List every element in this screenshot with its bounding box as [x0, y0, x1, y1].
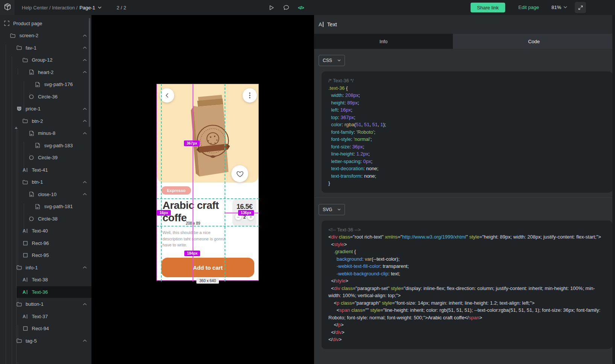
layer-item-fav-1[interactable]: fav-1 [0, 42, 91, 54]
layer-item-button-1[interactable]: button-1 [0, 298, 91, 311]
layer-item-tag-5[interactable]: tag-5 [0, 335, 91, 347]
svg-dropdown-value: SVG [323, 207, 332, 212]
expand-arrows-icon [578, 5, 583, 11]
code-line: color: rgba(51, 51, 51, 1); [328, 121, 606, 128]
layer-item-btn-2[interactable]: btn-2 [0, 115, 91, 127]
sidebar-scrollbar[interactable] [89, 18, 90, 127]
svg-format-dropdown[interactable]: SVG [319, 204, 345, 215]
play-icon[interactable] [268, 5, 275, 11]
layer-item-btn-1[interactable]: btn-1 [0, 176, 91, 189]
layer-item-Rect-96[interactable]: Rect-96 [0, 237, 91, 249]
chevron-up-icon[interactable] [83, 193, 87, 196]
layer-item-Circle-39[interactable]: Circle-39 [0, 152, 91, 164]
layer-label: svg-path-183 [44, 143, 73, 148]
toolbar-icons: </> [268, 0, 304, 15]
fullscreen-button[interactable] [575, 2, 586, 13]
chevron-up-icon[interactable] [83, 71, 87, 74]
code-line: <div class="paragraph-set" style="displa… [328, 285, 606, 299]
layer-item-Text-40[interactable]: AText-40 [0, 225, 91, 237]
chevron-down-icon [563, 6, 567, 9]
selected-element-type: Text [327, 21, 337, 27]
back-button[interactable] [160, 88, 174, 103]
edit-page-link[interactable]: Edit page [518, 5, 539, 10]
inspector-panel: A Text Info Code CSS /* Text-36 */.text-… [314, 15, 615, 364]
layer-item-Product page[interactable]: Product page [0, 17, 91, 30]
chevron-up-icon[interactable] [83, 340, 87, 342]
layer-item-Circle-38[interactable]: Circle-38 [0, 213, 91, 225]
layer-label: info-1 [26, 265, 38, 270]
css-dropdown-value: CSS [323, 58, 332, 63]
layer-label: price-1 [26, 106, 41, 112]
folder-layer-icon [23, 118, 28, 124]
layer-item-Group-12[interactable]: Group-12 [0, 54, 91, 66]
add-to-cart-button[interactable]: Add to cart [161, 258, 254, 277]
layer-item-Rect-94[interactable]: Rect-94 [0, 323, 91, 335]
rect-layer-icon [23, 252, 28, 258]
favorite-button[interactable] [231, 165, 248, 182]
layer-item-svg-path-183[interactable]: svg-path-183 [0, 139, 91, 152]
layer-item-Text-37[interactable]: AText-37 [0, 310, 91, 323]
breadcrumb[interactable]: Help Center / Interaction / Page-1 [22, 5, 102, 11]
folder-layer-icon [23, 179, 28, 185]
layer-item-price-1[interactable]: price-1 [0, 103, 91, 115]
layer-label: Circle-36 [38, 94, 58, 100]
measure-label-left: 16px [157, 210, 171, 216]
chevron-up-icon[interactable] [83, 47, 87, 49]
layer-item-Text-38[interactable]: AText-38 [0, 274, 91, 286]
layer-item-close-10[interactable]: close-10 [0, 188, 91, 201]
product-tag-badge[interactable]: Expresso [161, 186, 191, 195]
chevron-up-icon[interactable] [83, 303, 87, 305]
more-menu-button[interactable] [243, 88, 257, 103]
chevron-up-icon[interactable] [83, 107, 87, 110]
tab-info[interactable]: Info [314, 34, 453, 49]
layer-item-Text-36[interactable]: AText-36 [0, 286, 91, 298]
layer-label: Rect-94 [32, 326, 49, 331]
code-line: /* Text-36 */ [328, 77, 606, 85]
layer-label: Text-41 [32, 167, 48, 173]
chevron-up-icon[interactable] [83, 132, 87, 134]
zoom-level-control[interactable]: 81% [551, 5, 567, 10]
layer-item-Rect-95[interactable]: Rect-95 [0, 249, 91, 262]
chevron-up-icon[interactable] [83, 59, 87, 61]
svgfile-layer-icon [35, 204, 41, 209]
text-layer-icon: A [23, 277, 28, 282]
chevron-up-icon[interactable] [83, 34, 87, 37]
measure-label-bottom: 184px [184, 251, 200, 256]
tab-code[interactable]: Code [453, 34, 615, 49]
chevron-down-icon[interactable] [98, 6, 102, 9]
layer-label: Group-12 [32, 57, 53, 63]
code-line: .gradient { [328, 248, 606, 255]
chevron-up-icon[interactable] [83, 266, 87, 269]
code-line: </p> [328, 321, 606, 329]
layer-item-screen-2[interactable]: screen-2 [0, 30, 91, 42]
layer-item-svg-path-181[interactable]: svg-path-181 [0, 201, 91, 213]
code-view-icon[interactable]: </> [298, 5, 304, 11]
svg-code-block[interactable]: <!-- Text-36 --><div class="root rich-te… [322, 221, 612, 349]
svgfile-layer-icon [29, 130, 34, 136]
folder-layer-icon [10, 33, 16, 38]
css-code-block[interactable]: /* Text-36 */.text-36 { width: 208px; he… [322, 71, 612, 193]
code-line: <p class="paragraph" style="font-size: 1… [328, 299, 606, 307]
layer-item-heart-2[interactable]: heart-2 [0, 66, 91, 79]
layer-label: close-10 [38, 192, 56, 197]
share-link-button[interactable]: Share link [471, 3, 505, 12]
chevron-down-icon [337, 59, 341, 62]
product-title[interactable]: Arabic craft coffe [162, 199, 225, 224]
chevron-up-icon[interactable] [83, 181, 87, 183]
comment-icon[interactable] [283, 4, 290, 11]
app-logo[interactable] [0, 0, 15, 15]
css-format-dropdown[interactable]: CSS [319, 55, 345, 66]
code-line: </style> [328, 277, 606, 285]
circle-layer-icon [29, 155, 34, 160]
layer-item-Circle-36[interactable]: Circle-36 [0, 91, 91, 103]
layer-item-svg-path-176[interactable]: svg-path-176 [0, 79, 91, 91]
rect-layer-icon [23, 326, 28, 331]
heart-icon [236, 170, 244, 178]
inspector-tabs: Info Code [314, 34, 615, 49]
layer-item-info-1[interactable]: info-1 [0, 261, 91, 274]
design-canvas[interactable]: Expresso Arabic craft coffe 208 x 89 16.… [91, 15, 314, 364]
chevron-up-icon[interactable] [83, 120, 87, 122]
layer-item-minus-8[interactable]: minus-8 [0, 127, 91, 140]
screen-frame[interactable]: Expresso Arabic craft coffe 208 x 89 16.… [156, 84, 259, 281]
layer-item-Text-41[interactable]: AText-41 [0, 164, 91, 176]
